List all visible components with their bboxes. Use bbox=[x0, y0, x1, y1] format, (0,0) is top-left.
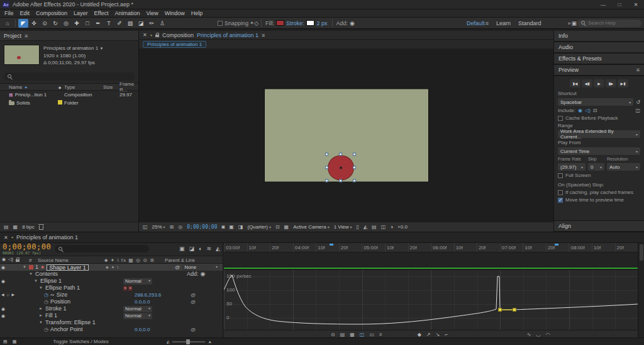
eye-icon[interactable]: ◉ bbox=[1, 305, 5, 312]
work-area-band[interactable] bbox=[224, 252, 638, 270]
graph-type-icon[interactable]: ▤ bbox=[340, 332, 345, 337]
blend-mode-dropdown[interactable]: Normal▾ bbox=[123, 313, 152, 319]
composition-mini-flowchart-icon[interactable]: ▣ bbox=[179, 246, 185, 252]
fast-previews-icon[interactable]: ◭ bbox=[364, 224, 367, 230]
transparency-grid-icon[interactable]: ▦ bbox=[284, 224, 289, 230]
pixel-aspect-icon[interactable]: ▯ bbox=[357, 224, 359, 230]
play-button[interactable]: ▶ bbox=[594, 79, 604, 88]
separate-dimensions-icon[interactable]: ◆ bbox=[418, 332, 421, 337]
parent-dropdown[interactable]: None▾ bbox=[182, 264, 220, 271]
anchor-point[interactable] bbox=[340, 166, 342, 169]
fill-swatch[interactable] bbox=[276, 20, 284, 26]
column-parent-link[interactable]: Parent & Link bbox=[165, 257, 195, 263]
twirl-open-icon[interactable]: ▼ bbox=[39, 319, 43, 326]
composition-frame[interactable] bbox=[265, 89, 428, 181]
scrollbar-thumb[interactable] bbox=[640, 244, 643, 261]
brush-tool-icon[interactable]: ✐ bbox=[114, 19, 125, 28]
pickwhip-icon[interactable]: @ bbox=[191, 291, 196, 298]
zoom-out-mountain-icon[interactable]: ◭ bbox=[167, 339, 170, 344]
property-label[interactable]: Size bbox=[57, 291, 68, 298]
motion-blur-icon[interactable]: ◭ bbox=[216, 246, 220, 252]
cache-before-playback-checkbox[interactable] bbox=[558, 116, 563, 121]
property-label[interactable]: Anchor Point bbox=[50, 326, 83, 333]
menu-layer[interactable]: Layer bbox=[70, 10, 91, 16]
toggle-switches-modes-button[interactable]: Toggle Switches / Modes bbox=[53, 339, 109, 344]
easy-ease-in-icon[interactable]: ◡ bbox=[536, 332, 541, 337]
region-of-interest-icon[interactable]: ⊡ bbox=[275, 224, 280, 230]
magnification-dropdown[interactable]: 25%▾ bbox=[152, 224, 165, 230]
move-time-checkbox[interactable] bbox=[558, 198, 563, 203]
composition-tab-label[interactable]: Composition bbox=[162, 32, 194, 38]
eye-icon[interactable]: ◉ bbox=[1, 312, 5, 319]
show-channel-icon[interactable]: ◨ bbox=[238, 224, 243, 230]
grid-guides-icon[interactable]: ⊞ bbox=[170, 224, 174, 230]
rotate-tool-icon[interactable]: ↻ bbox=[50, 19, 60, 28]
panel-menu-icon[interactable]: ≡ bbox=[25, 33, 28, 39]
panel-menu-icon[interactable]: ≡ bbox=[636, 67, 640, 73]
edit-keyframes-icon[interactable]: ↗ bbox=[426, 332, 431, 337]
eye-icon[interactable]: ◉ bbox=[1, 278, 5, 285]
keyframe-dot[interactable] bbox=[499, 308, 501, 311]
resolution-dropdown[interactable]: Auto▾ bbox=[607, 163, 640, 171]
stroke-width-value[interactable]: 2 px bbox=[317, 20, 328, 26]
camera-tool-icon[interactable]: ◎ bbox=[61, 19, 71, 28]
eraser-tool-icon[interactable]: ◪ bbox=[136, 19, 146, 28]
position-value[interactable]: 0.0,0.0 bbox=[135, 298, 150, 305]
speed-graph[interactable]: 150 px/sec 100 50 0 bbox=[224, 270, 638, 330]
column-source-name[interactable]: Source Name bbox=[38, 257, 69, 263]
auto-zoom-icon[interactable]: ▭ bbox=[369, 332, 374, 337]
frame-rate-dropdown[interactable]: (29.97)▾ bbox=[558, 163, 586, 171]
property-row-size[interactable]: ◀ ◇ ▶ ◷ ∾ Size 288.6,253.6 @ bbox=[0, 291, 223, 298]
pickwhip-icon[interactable]: @ bbox=[191, 298, 196, 305]
menu-animation[interactable]: Animation bbox=[111, 10, 143, 16]
zoom-in-mountain-icon[interactable]: ▲ bbox=[208, 339, 212, 344]
stopwatch-icon[interactable]: ◷ bbox=[44, 326, 48, 333]
fill-label[interactable]: Fill: bbox=[265, 20, 274, 26]
project-row-composition[interactable]: ▦ Princip...tion 1 Composition 29.97 bbox=[0, 91, 138, 99]
keyframe-dot[interactable] bbox=[513, 308, 516, 311]
stopwatch-icon[interactable]: ◷ bbox=[44, 298, 48, 305]
draft-3d-icon[interactable]: ◪ bbox=[189, 246, 195, 252]
snapshot-icon[interactable]: ◙ bbox=[221, 224, 225, 230]
property-label[interactable]: Position bbox=[50, 298, 70, 305]
zoom-track[interactable] bbox=[172, 341, 205, 342]
play-from-dropdown[interactable]: Current Time▾ bbox=[558, 147, 640, 155]
switches-column-icons[interactable]: ♣ ✦ \ fx ▦ ◎ ⊙ ⊚ bbox=[104, 257, 155, 263]
workspace-standard-tab[interactable]: Standard bbox=[518, 20, 541, 26]
close-tab-icon[interactable]: ✕ bbox=[143, 32, 147, 38]
zoom-tool-icon[interactable]: ⊙ bbox=[40, 19, 50, 28]
timeline-tab-name[interactable]: Principles of animation 1 bbox=[16, 234, 78, 240]
timeline-button-icon[interactable]: ▤ bbox=[372, 224, 377, 230]
exposure-value[interactable]: +0.0 bbox=[397, 224, 408, 230]
snap-options-icon[interactable]: ◇ bbox=[254, 20, 258, 26]
property-row-stroke-1[interactable]: ◉ ► Stroke 1 Normal▾ bbox=[0, 305, 223, 312]
audio-panel-header[interactable]: Audio bbox=[554, 42, 644, 53]
layer-row-shape-layer-1[interactable]: ◉ ▼ 1 ★ Shape Layer 1 ♣ ✦ \ @ None▾ bbox=[0, 264, 223, 271]
timeline-zoom-slider[interactable]: ◭ ▲ bbox=[167, 339, 212, 344]
lock-column-icon[interactable] bbox=[16, 259, 19, 262]
property-label[interactable]: Ellipse Path 1 bbox=[45, 285, 80, 291]
range-dropdown[interactable]: Work Area Extended By Current...▾ bbox=[558, 130, 640, 138]
pan-behind-tool-icon[interactable]: ✚ bbox=[72, 19, 82, 28]
close-tab-icon[interactable]: ✕ bbox=[4, 235, 8, 240]
snap-icon[interactable]: ◫ bbox=[360, 332, 365, 337]
previous-frame-button[interactable]: ◀▮ bbox=[582, 79, 592, 88]
menu-help[interactable]: Help bbox=[188, 10, 206, 16]
first-frame-button[interactable]: ▮◀ bbox=[570, 79, 580, 88]
twirl-open-icon[interactable]: ▼ bbox=[23, 264, 27, 271]
property-row-ellipse-path-1[interactable]: ▼ Ellipse Path 1 ≡ ≡ bbox=[0, 285, 223, 291]
choose-properties-icon[interactable]: ⊙ bbox=[331, 332, 335, 337]
maximize-button[interactable]: □ bbox=[611, 0, 628, 9]
blend-mode-dropdown[interactable]: Normal▾ bbox=[123, 278, 152, 285]
resolution-dropdown[interactable]: (Quarter)▾ bbox=[247, 224, 270, 230]
size-value[interactable]: 288.6,253.6 bbox=[135, 291, 161, 298]
time-ruler[interactable]: 03:00f 10f 20f 04:00f 10f 20f 05:00f 10f… bbox=[224, 243, 638, 252]
label-color-swatch[interactable] bbox=[58, 100, 62, 105]
twirl-closed-icon[interactable]: ► bbox=[39, 312, 43, 319]
selection-handle[interactable] bbox=[326, 153, 328, 155]
shape-tool-icon[interactable]: □ bbox=[82, 19, 92, 28]
lock-icon[interactable] bbox=[155, 35, 159, 37]
property-label[interactable]: Stroke 1 bbox=[45, 305, 67, 312]
project-row-solids[interactable]: Solids Folder bbox=[0, 99, 138, 107]
layer-name[interactable]: Shape Layer 1 bbox=[47, 264, 89, 271]
